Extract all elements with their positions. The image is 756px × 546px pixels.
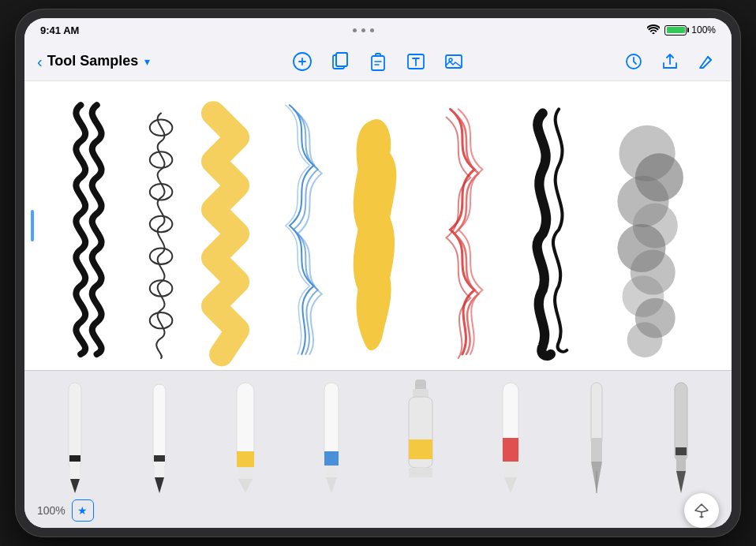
svg-point-15: [150, 312, 173, 328]
sample-pencil-blue: [286, 105, 322, 354]
battery-fill: [667, 27, 685, 33]
svg-rect-44: [504, 462, 517, 477]
side-handle[interactable]: [31, 210, 34, 241]
svg-rect-48: [676, 455, 686, 471]
svg-rect-36: [326, 466, 337, 477]
svg-rect-31: [237, 383, 254, 462]
wifi-icon: [647, 24, 660, 36]
drawing-canvas: [24, 81, 732, 370]
ipad-frame: 9:41 AM 100%: [15, 9, 741, 537]
text-icon[interactable]: [403, 49, 429, 74]
history-icon[interactable]: [621, 49, 646, 74]
sample-calligraphy-black: [537, 109, 567, 356]
tool-airbrush[interactable]: [665, 376, 697, 493]
annotate-icon[interactable]: [290, 49, 315, 74]
svg-rect-38: [413, 389, 429, 397]
svg-rect-45: [591, 383, 602, 446]
pen-nib-fab[interactable]: [684, 493, 719, 528]
back-button[interactable]: ‹: [37, 54, 43, 69]
svg-rect-34: [324, 383, 339, 462]
svg-rect-4: [372, 56, 384, 70]
svg-rect-35: [324, 451, 339, 466]
tool-fineliner[interactable]: [144, 376, 174, 493]
tools-row: [24, 371, 732, 493]
share-icon[interactable]: [657, 49, 683, 74]
svg-rect-2: [336, 53, 347, 66]
zoom-level: 100%: [37, 504, 65, 517]
svg-rect-46: [591, 438, 602, 462]
clipboard-icon[interactable]: [365, 49, 391, 74]
svg-rect-43: [503, 438, 518, 462]
ipad-screen: 9:41 AM 100%: [24, 18, 732, 528]
svg-rect-49: [676, 447, 687, 455]
star-icon: ★: [77, 504, 88, 517]
status-right: 100%: [647, 24, 716, 36]
status-center-dots: [353, 28, 374, 32]
toolbar-center-icons: [290, 49, 466, 74]
tool-pen[interactable]: [59, 376, 91, 493]
title-dropdown-icon[interactable]: ▾: [144, 55, 150, 68]
tool-crayon[interactable]: [494, 376, 527, 493]
svg-point-12: [150, 216, 173, 232]
svg-point-13: [150, 249, 173, 264]
svg-rect-41: [409, 468, 432, 477]
toolbar: ‹ Tool Samples ▾: [24, 42, 732, 81]
svg-rect-27: [69, 455, 80, 462]
status-dot: [370, 28, 374, 32]
document-title: Tool Samples: [47, 53, 139, 69]
toolbar-left: ‹ Tool Samples ▾: [37, 53, 290, 69]
tool-marker[interactable]: [229, 376, 262, 493]
svg-rect-40: [409, 439, 432, 459]
sample-marker-yellow: [213, 113, 238, 353]
sample-paint-yellow: [354, 119, 397, 350]
svg-rect-30: [154, 455, 165, 462]
back-chevron-icon: ‹: [37, 54, 43, 69]
svg-rect-29: [155, 462, 164, 477]
svg-rect-26: [70, 463, 80, 479]
tools-panel: 100% ★: [24, 370, 732, 528]
pages-icon[interactable]: [327, 49, 353, 74]
status-time: 9:41 AM: [40, 24, 79, 36]
toolbar-right-icons: [466, 49, 719, 74]
status-dot: [361, 28, 365, 32]
edit-icon[interactable]: [694, 49, 719, 74]
tool-fountain-pen[interactable]: [582, 376, 612, 493]
canvas-area: [24, 81, 732, 370]
tools-bottom: 100% ★: [24, 493, 732, 528]
svg-rect-32: [237, 451, 254, 467]
sample-pen-black: [76, 105, 101, 354]
status-bar: 9:41 AM 100%: [24, 18, 732, 42]
favorite-button[interactable]: ★: [72, 499, 94, 522]
status-dot: [353, 28, 357, 32]
tool-paint[interactable]: [401, 376, 440, 493]
sample-loop-black: [150, 113, 173, 358]
svg-point-24: [627, 322, 663, 357]
svg-rect-33: [238, 467, 253, 479]
sample-airbrush-gray: [617, 125, 683, 357]
image-icon[interactable]: [441, 49, 466, 74]
battery-label: 100%: [691, 24, 716, 36]
tool-brush-pen[interactable]: [316, 376, 347, 493]
sample-crayon-red: [447, 109, 483, 358]
battery-icon: [664, 25, 687, 36]
